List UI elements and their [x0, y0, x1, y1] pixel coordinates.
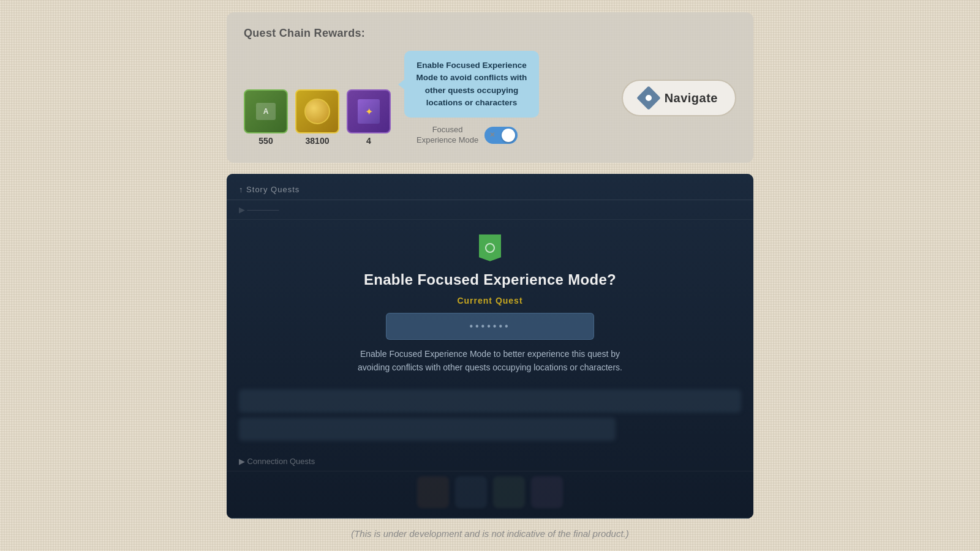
- reward-xp-value: 550: [258, 136, 273, 146]
- reward-xp: A 550: [244, 89, 288, 146]
- reward-book: 4: [347, 89, 391, 146]
- story-quests-label: ↑ Story Quests: [239, 185, 300, 194]
- navigate-diamond-inner: [644, 94, 653, 102]
- toggle-x-icon: ✕: [489, 131, 495, 139]
- quest-item-row-1: ▶ ————: [227, 200, 753, 220]
- reward-gold-value: 38100: [306, 136, 330, 146]
- char-icon-2: [455, 476, 487, 508]
- bookmark-icon: [479, 234, 501, 261]
- blurred-item-1: [239, 389, 741, 413]
- reward-xp-icon: A: [244, 89, 288, 133]
- quest-chain-title: Quest Chain Rewards:: [244, 27, 736, 40]
- navigate-button[interactable]: Navigate: [622, 80, 736, 116]
- quest-name-bar: •••••••: [386, 313, 594, 340]
- toggle-label: FocusedExperience Mode: [417, 125, 478, 146]
- char-icon-3: [493, 476, 525, 508]
- navigate-label: Navigate: [665, 91, 718, 105]
- footer-note: (This is under development and is not in…: [351, 528, 629, 539]
- navigate-diamond-icon: [636, 86, 661, 111]
- blurred-item-2: [239, 418, 616, 441]
- tooltip-text: Enable Focused Experience Mode to avoid …: [414, 59, 529, 109]
- story-header: ↑ Story Quests: [227, 174, 753, 200]
- bookmark-icon-container: [479, 234, 501, 261]
- reward-book-value: 4: [366, 136, 371, 146]
- char-icons-row: [227, 471, 753, 518]
- bookmark-icon-inner: [485, 243, 495, 253]
- book-icon: [358, 99, 380, 124]
- tooltip: Enable Focused Experience Mode to avoid …: [404, 51, 539, 118]
- dialog-section: Enable Focused Experience Mode? Current …: [227, 220, 753, 389]
- current-quest-label: Current Quest: [457, 296, 522, 305]
- dialog-title: Enable Focused Experience Mode?: [364, 271, 616, 288]
- reward-gold-icon: [295, 89, 339, 133]
- bottom-bar: Not Now × C F Enable: [227, 518, 753, 519]
- bottom-panel: ↑ Story Quests ▶ ———— Enable Focused Exp…: [227, 174, 753, 519]
- toggle-section: FocusedExperience Mode ✕: [404, 125, 736, 146]
- reward-gold: 38100: [295, 89, 339, 146]
- dialog-description: Enable Focused Experience Mode to better…: [355, 347, 625, 375]
- char-icon-4: [531, 476, 563, 508]
- bottom-content: ↑ Story Quests ▶ ———— Enable Focused Exp…: [227, 174, 753, 519]
- reward-book-icon: [347, 89, 391, 133]
- coin-icon: [304, 99, 330, 124]
- top-panel: Quest Chain Rewards: A 550 381: [227, 12, 753, 163]
- quest-name-dots: •••••••: [469, 321, 510, 331]
- connection-quests-label: ▶ Connection Quests: [227, 452, 753, 471]
- char-icon-1: [417, 476, 449, 508]
- toggle-knob: [502, 129, 515, 142]
- focused-experience-toggle[interactable]: ✕: [484, 127, 518, 144]
- quest-list-blurred: [227, 389, 753, 452]
